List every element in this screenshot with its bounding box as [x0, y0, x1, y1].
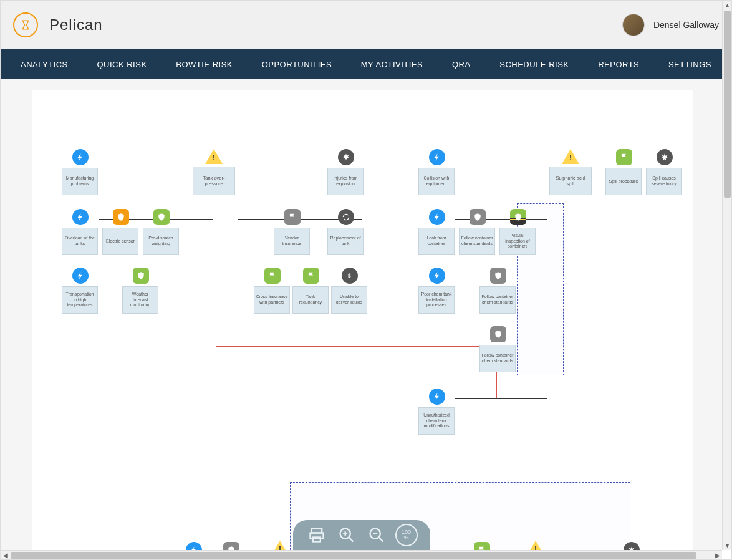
nav-my-activities[interactable]: MY ACTIVITIES [361, 60, 423, 69]
consequence-node[interactable]: $ Unable to deliver liquids [331, 268, 368, 314]
flag-icon [474, 542, 490, 550]
node-label: Electric sensor [106, 239, 135, 244]
barrier-node[interactable]: Vendor insurance [274, 209, 311, 255]
barrier-node[interactable]: Cross-insurance with partners [254, 268, 291, 314]
node-label: Vendor insurance [276, 236, 308, 247]
barrier-node[interactable]: Follow container chem standards [459, 209, 496, 255]
flag-icon [303, 268, 319, 284]
node-label: Visual inspection of containers [501, 233, 534, 249]
consequence-node[interactable] [613, 542, 650, 550]
node-label: Follow container chem standards [481, 294, 514, 306]
hazard-shield-icon [510, 209, 526, 225]
cause-node[interactable]: Manufacturing problems [62, 149, 99, 195]
primary-nav: ANALYTICS QUICK RISK BOWTIE RISK OPPORTU… [1, 49, 731, 79]
nav-bowtie-risk[interactable]: BOWTIE RISK [176, 60, 233, 69]
barrier-node[interactable]: Follow container chem standards [479, 326, 517, 372]
barrier-node[interactable] [463, 542, 501, 550]
flag-icon [616, 149, 632, 165]
bolt-icon [429, 268, 445, 284]
diagram-canvas[interactable]: Tank over-pressure Sulphuric acid spill … [32, 90, 693, 550]
zoom-out-button[interactable] [365, 524, 388, 546]
print-button[interactable] [306, 524, 328, 546]
node-label: Collision with equipment [420, 176, 453, 187]
nav-quick-risk[interactable]: QUICK RISK [97, 60, 147, 69]
nav-qra[interactable]: QRA [452, 60, 471, 69]
cause-node[interactable]: Leak from container [418, 209, 456, 255]
consequence-node[interactable]: Injuries from explosion [327, 149, 365, 195]
barrier-node[interactable]: Spill procedure [605, 149, 643, 195]
hazard-label: Sulphuric acid spill [552, 175, 589, 187]
flag-icon [284, 209, 301, 225]
consequence-node[interactable]: Replacement of tank [327, 209, 365, 255]
shield-icon [223, 542, 239, 550]
hazard-label: Tank over-pressure [195, 175, 233, 187]
shield-icon [470, 209, 486, 225]
cause-node[interactable]: Overload of the tanks [62, 209, 99, 255]
shield-icon [490, 326, 506, 342]
nav-opportunities[interactable]: OPPORTUNITIES [262, 60, 332, 69]
shield-icon [113, 209, 129, 225]
nav-reports[interactable]: REPORTS [598, 60, 639, 69]
consequence-node[interactable]: Spill causes severe injury [646, 149, 683, 195]
zoom-pct-sign: % [403, 535, 408, 541]
node-label: Spill procedure [609, 179, 638, 185]
scrollbar-thumb[interactable] [724, 11, 731, 198]
hazard-card-right[interactable]: Sulphuric acid spill [549, 167, 592, 195]
nav-settings[interactable]: SETTINGS [668, 60, 711, 69]
zoom-in-button[interactable] [335, 524, 358, 546]
barrier-node[interactable]: Tank redundancy [292, 268, 330, 314]
brand-logo-icon [13, 12, 38, 37]
burst-icon [657, 149, 673, 165]
hazard-icon [562, 149, 579, 164]
node-label: Spill causes severe injury [648, 176, 680, 187]
node-label: Transportation in high temperatures [64, 292, 96, 308]
avatar [622, 14, 645, 36]
hazard-icon [271, 541, 289, 550]
node-label: Cross-insurance with partners [256, 294, 288, 306]
node-label: Weather forecast monitoring [124, 292, 157, 308]
node-label: Poor chem tank installation processes [420, 292, 453, 308]
diagram-viewport[interactable]: Tank over-pressure Sulphuric acid spill … [1, 79, 722, 550]
node-label: Injuries from explosion [329, 176, 362, 187]
svg-text:$: $ [348, 273, 351, 279]
node-label: Leak from container [420, 236, 453, 247]
brand-name: Pelican [49, 16, 103, 34]
node-label: Tank redundancy [294, 294, 327, 306]
zoom-toolbar: 100 % [293, 520, 430, 550]
cause-node[interactable] [175, 542, 213, 550]
cause-node[interactable]: Poor chem tank installation processes [418, 268, 456, 314]
node-label: Unauthorized chem tank modifications [420, 413, 453, 429]
barrier-node[interactable]: Visual inspection of containers [499, 209, 537, 255]
barrier-node[interactable]: Weather forecast monitoring [122, 268, 160, 314]
cause-node[interactable]: Collision with equipment [418, 149, 456, 195]
barrier-node[interactable]: Electric sensor [102, 209, 140, 255]
burst-icon [624, 542, 640, 550]
cause-node[interactable]: Transportation in high temperatures [62, 268, 99, 314]
scrollbar-thumb[interactable] [11, 552, 696, 559]
hazard-card-left[interactable]: Tank over-pressure [193, 167, 235, 195]
bolt-icon [429, 389, 445, 405]
vertical-scrollbar[interactable]: ▲ ▼ [722, 1, 731, 550]
refresh-icon [338, 209, 354, 225]
barrier-node[interactable]: Pre-dispatch weighting [143, 209, 180, 255]
zoom-reset-button[interactable]: 100 % [395, 524, 418, 546]
barrier-node[interactable] [213, 542, 250, 550]
bolt-icon [72, 149, 89, 165]
shield-user-icon [153, 209, 170, 225]
cause-node[interactable]: Unauthorized chem tank modifications [418, 389, 456, 435]
nav-schedule-risk[interactable]: SCHEDULE RISK [499, 60, 569, 69]
bolt-icon [186, 542, 202, 550]
bolt-icon [72, 209, 89, 225]
svg-line-9 [378, 538, 383, 542]
bolt-icon [429, 209, 445, 225]
nav-analytics[interactable]: ANALYTICS [21, 60, 68, 69]
app-header: Pelican Densel Galloway [1, 1, 731, 49]
hazard-icon [527, 541, 544, 550]
barrier-node[interactable]: Follow container chem standards [479, 268, 517, 314]
dollar-icon: $ [342, 268, 358, 284]
user-menu[interactable]: Densel Galloway [622, 14, 719, 36]
burst-icon [338, 149, 354, 165]
node-label: Unable to deliver liquids [333, 294, 365, 306]
node-label: Replacement of tank [329, 236, 362, 247]
horizontal-scrollbar[interactable]: ◀ ▶ [1, 550, 722, 559]
